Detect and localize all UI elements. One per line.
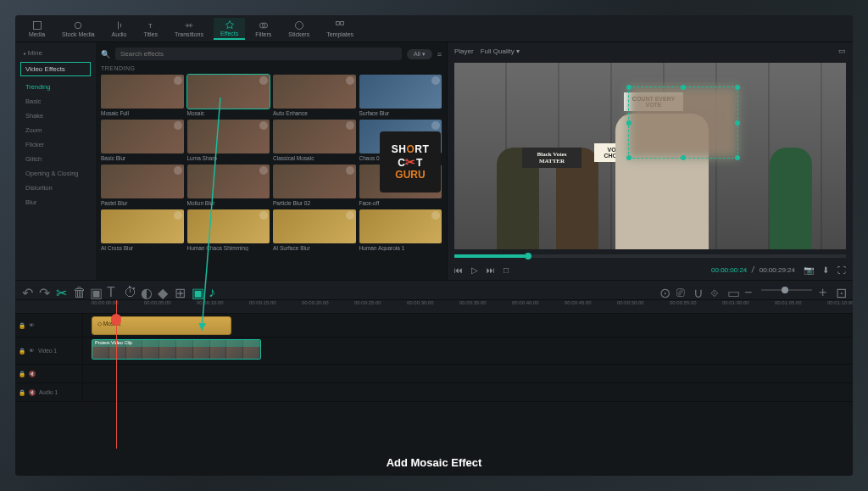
effect-thumbnail[interactable] bbox=[187, 75, 270, 109]
text-button[interactable]: T bbox=[107, 285, 117, 295]
effect-thumbnail[interactable] bbox=[273, 75, 356, 109]
tab-stock-media[interactable]: Stock Media bbox=[55, 19, 102, 39]
mute-icon[interactable]: 🔇 bbox=[29, 389, 36, 396]
play-button[interactable]: ▷ bbox=[471, 265, 478, 275]
magnet-button[interactable]: ∪ bbox=[693, 285, 704, 295]
effect-tile[interactable]: Basic Blur bbox=[101, 120, 184, 161]
track-header[interactable]: 🔒 👁 Video 1 bbox=[15, 338, 83, 364]
effect-thumbnail[interactable] bbox=[187, 209, 270, 243]
effect-tile[interactable]: AI Cross Blur bbox=[101, 209, 184, 251]
effect-tile[interactable]: Luma Sharp bbox=[187, 120, 270, 161]
sidebar-item-basic[interactable]: Basic bbox=[20, 94, 91, 109]
track-header[interactable]: 🔒 👁 bbox=[15, 314, 83, 337]
effect-thumbnail[interactable] bbox=[101, 75, 184, 109]
mute-icon[interactable]: 🔇 bbox=[29, 371, 36, 377]
group-button[interactable]: ⊞ bbox=[175, 285, 185, 295]
link-button[interactable]: ⟐ bbox=[710, 285, 721, 295]
effect-tile[interactable]: Human Chaos Shimming bbox=[187, 209, 270, 251]
redo-button[interactable]: ↷ bbox=[39, 285, 49, 295]
zoom-in-button[interactable]: + bbox=[819, 285, 829, 295]
playhead-handle[interactable] bbox=[111, 314, 121, 326]
sidebar-item-flicker[interactable]: Flicker bbox=[20, 137, 91, 152]
zoom-fit-button[interactable]: ⊡ bbox=[836, 285, 846, 295]
marker-button[interactable]: ▣ bbox=[192, 285, 202, 295]
effect-tile[interactable]: Surface Blur bbox=[359, 75, 442, 116]
grid-view-icon[interactable]: ≡ bbox=[437, 50, 442, 59]
video-effects-category[interactable]: Video Effects bbox=[20, 62, 91, 76]
player-settings-icon[interactable]: ▭ bbox=[838, 47, 846, 55]
tab-filters[interactable]: Filters bbox=[248, 19, 278, 39]
sidebar-item-trending[interactable]: Trending bbox=[20, 80, 91, 94]
player-viewport[interactable]: COUNT EVERY VOTE Black Votes MATTER VOTE… bbox=[454, 63, 846, 249]
effect-tile[interactable]: Motion Blur bbox=[187, 165, 270, 206]
snapshot-button[interactable]: 📷 bbox=[804, 265, 814, 275]
track-header[interactable]: 🔒 🔇 Audio 1 bbox=[15, 383, 83, 401]
tab-media[interactable]: Media bbox=[22, 19, 52, 39]
cursor-button[interactable]: ▭ bbox=[727, 285, 737, 295]
timeline-ruler[interactable]: 00:00:00:0000:00:05:0000:00:10:0000:00:1… bbox=[15, 300, 853, 314]
undo-button[interactable]: ↶ bbox=[22, 285, 32, 295]
timeline[interactable]: 00:00:00:0000:00:05:0000:00:10:0000:00:1… bbox=[15, 300, 853, 449]
tab-transitions[interactable]: Transitions bbox=[168, 19, 210, 39]
mine-section[interactable]: Mine bbox=[20, 47, 91, 59]
effect-tile[interactable]: Human Aquarola 1 bbox=[359, 209, 442, 251]
search-input[interactable] bbox=[115, 47, 402, 60]
mark-in-button[interactable]: ⬇ bbox=[822, 265, 829, 275]
effect-thumbnail[interactable] bbox=[187, 165, 270, 198]
effect-thumbnail[interactable] bbox=[101, 209, 184, 243]
lock-icon[interactable]: 🔒 bbox=[19, 371, 25, 377]
zoom-out-button[interactable]: − bbox=[744, 285, 754, 295]
stop-button[interactable]: □ bbox=[504, 265, 509, 275]
player-quality-dropdown[interactable]: Full Quality ▾ bbox=[481, 47, 520, 55]
fullscreen-button[interactable]: ⛶ bbox=[837, 265, 846, 275]
visibility-icon[interactable]: 👁 bbox=[29, 348, 35, 354]
effect-tile[interactable]: Auto Enhance bbox=[273, 75, 356, 116]
tab-templates[interactable]: Templates bbox=[320, 19, 360, 39]
keyframe-button[interactable]: ◆ bbox=[158, 285, 168, 295]
playhead[interactable] bbox=[116, 300, 117, 449]
tab-effects[interactable]: Effects bbox=[214, 18, 245, 40]
effect-thumbnail[interactable] bbox=[273, 209, 356, 243]
sidebar-item-distortion[interactable]: Distortion bbox=[20, 181, 91, 195]
delete-button[interactable]: 🗑 bbox=[73, 285, 83, 295]
effect-thumbnail[interactable] bbox=[359, 75, 442, 109]
sidebar-item-opening-closing[interactable]: Opening & Closing bbox=[20, 166, 91, 181]
prev-frame-button[interactable]: ⏮ bbox=[454, 265, 463, 275]
sidebar-item-zoom[interactable]: Zoom bbox=[20, 123, 91, 137]
record-button[interactable]: ⊙ bbox=[659, 285, 670, 295]
player-progress-bar[interactable] bbox=[454, 254, 846, 258]
effect-thumbnail[interactable] bbox=[101, 120, 184, 153]
effect-tile[interactable]: AI Surface Blur bbox=[273, 209, 356, 251]
speed-button[interactable]: ⏱ bbox=[124, 285, 134, 295]
tab-audio[interactable]: Audio bbox=[105, 19, 134, 39]
lock-icon[interactable]: 🔒 bbox=[19, 389, 25, 396]
effect-tile[interactable]: Mosaic Full bbox=[101, 75, 184, 116]
effect-thumbnail[interactable] bbox=[101, 165, 184, 198]
zoom-slider[interactable] bbox=[761, 289, 812, 291]
visibility-icon[interactable]: 👁 bbox=[29, 322, 35, 328]
effect-thumbnail[interactable] bbox=[359, 209, 442, 243]
effect-tile[interactable]: Particle Blur 02 bbox=[273, 165, 356, 206]
color-button[interactable]: ◐ bbox=[141, 285, 151, 295]
effect-thumbnail[interactable] bbox=[273, 120, 356, 153]
effect-tile[interactable]: Pastel Blur bbox=[101, 165, 184, 206]
video-clip[interactable]: Protest Video Clip bbox=[92, 339, 261, 360]
tab-stickers[interactable]: Stickers bbox=[281, 19, 316, 39]
lock-icon[interactable]: 🔒 bbox=[19, 348, 25, 354]
filter-dropdown[interactable]: All ▾ bbox=[407, 49, 432, 59]
effect-tile[interactable]: Mosaic bbox=[187, 75, 270, 116]
crop-button[interactable]: ▣ bbox=[90, 285, 100, 295]
sidebar-item-blur[interactable]: Blur bbox=[20, 195, 91, 209]
sidebar-item-glitch[interactable]: Glitch bbox=[20, 152, 91, 166]
track-header[interactable]: 🔒 🔇 bbox=[15, 365, 83, 382]
sidebar-item-shake[interactable]: Shake bbox=[20, 109, 91, 123]
mixer-button[interactable]: ⎚ bbox=[676, 285, 687, 295]
effect-thumbnail[interactable] bbox=[273, 165, 356, 198]
effect-tile[interactable]: Classical Mosaic bbox=[273, 120, 356, 161]
audio-button[interactable]: ♪ bbox=[209, 285, 219, 295]
tab-titles[interactable]: TTitles bbox=[137, 19, 164, 39]
lock-icon[interactable]: 🔒 bbox=[19, 322, 25, 329]
next-frame-button[interactable]: ⏭ bbox=[487, 265, 495, 275]
split-button[interactable]: ✂ bbox=[56, 285, 66, 295]
effect-thumbnail[interactable] bbox=[187, 120, 270, 153]
